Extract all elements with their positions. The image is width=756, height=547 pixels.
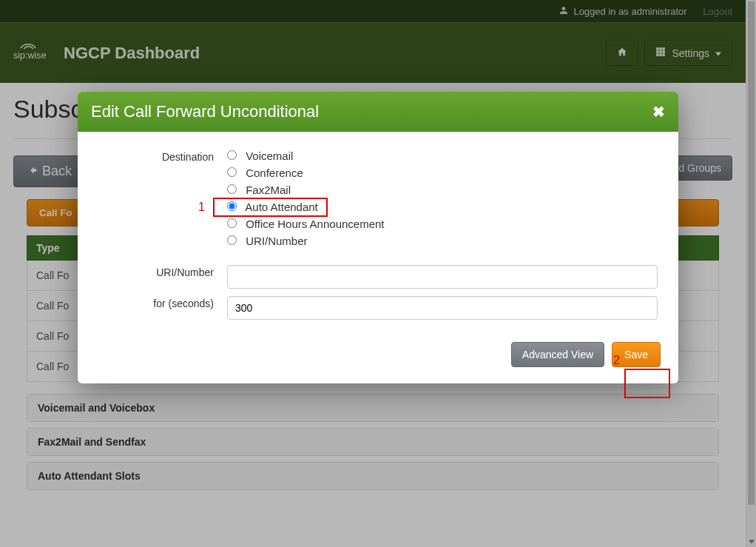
destination-label: Destination — [98, 150, 227, 163]
radio-auto-attendant[interactable] — [227, 201, 237, 211]
radio-office-hours-label: Office Hours Announcement — [246, 218, 384, 230]
destination-voicemail[interactable]: Voicemail — [227, 150, 658, 162]
destination-fax2mail[interactable]: Fax2Mail — [227, 184, 658, 196]
destination-auto-attendant[interactable]: Auto Attendant — [227, 201, 658, 213]
radio-fax2mail-label: Fax2Mail — [246, 184, 291, 196]
save-label: Save — [624, 349, 648, 360]
destination-uri-number[interactable]: URI/Number — [227, 235, 658, 247]
radio-auto-attendant-label: Auto Attendant — [245, 201, 317, 213]
radio-voicemail[interactable] — [227, 150, 237, 160]
advanced-view-button[interactable]: Advanced View — [511, 342, 604, 367]
modal-body: Destination Voicemail Conference Fax2Mai… — [78, 132, 678, 330]
radio-conference-label: Conference — [246, 167, 303, 179]
for-seconds-label: for (seconds) — [98, 296, 227, 309]
radio-conference[interactable] — [227, 167, 237, 177]
radio-voicemail-label: Voicemail — [246, 150, 293, 162]
modal-header: Edit Call Forward Unconditional ✖ — [78, 92, 678, 132]
modal-footer: Advanced View Save — [78, 330, 678, 383]
radio-uri-number[interactable] — [227, 235, 237, 245]
for-seconds-input[interactable] — [227, 296, 658, 320]
uri-label: URI/Number — [98, 265, 227, 278]
destination-radio-group: Voicemail Conference Fax2Mail Auto Atten… — [227, 150, 658, 252]
radio-uri-number-label: URI/Number — [246, 235, 307, 247]
radio-office-hours[interactable] — [227, 218, 237, 228]
radio-fax2mail[interactable] — [227, 184, 237, 194]
destination-office-hours[interactable]: Office Hours Announcement — [227, 218, 658, 230]
modal-backdrop[interactable]: Edit Call Forward Unconditional ✖ Destin… — [0, 0, 756, 547]
edit-cfu-modal: Edit Call Forward Unconditional ✖ Destin… — [78, 92, 678, 383]
save-button[interactable]: Save — [612, 342, 661, 367]
modal-title: Edit Call Forward Unconditional — [91, 102, 319, 121]
destination-conference[interactable]: Conference — [227, 167, 658, 179]
advanced-view-label: Advanced View — [522, 349, 593, 360]
close-icon[interactable]: ✖ — [652, 104, 665, 119]
uri-input[interactable] — [227, 265, 658, 289]
